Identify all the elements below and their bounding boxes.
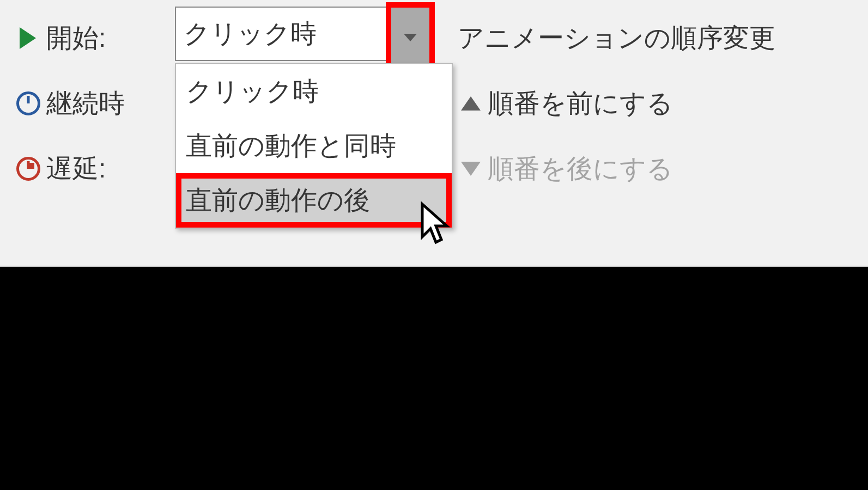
move-earlier-row[interactable]: 順番を前にする	[458, 71, 775, 136]
delay-clock-icon	[16, 157, 46, 181]
dropdown-arrow-icon[interactable]	[386, 2, 435, 73]
cursor-icon	[420, 201, 452, 245]
ribbon-timing-group: 開始: 継続時 遅延: クリック時 クリック時 直前の動作と同時 直前の動作の後…	[0, 0, 868, 267]
start-dropdown-value: クリック時	[184, 16, 317, 51]
triangle-down-icon	[458, 162, 488, 176]
triangle-up-icon	[458, 96, 488, 111]
start-label: 開始:	[46, 21, 106, 56]
clock-icon	[16, 91, 46, 115]
menu-item-onclick[interactable]: クリック時	[176, 64, 452, 119]
duration-label: 継続時	[46, 86, 125, 121]
reorder-header-row: アニメーションの順序変更	[458, 5, 775, 71]
reorder-header: アニメーションの順序変更	[458, 21, 775, 56]
start-dropdown-menu: クリック時 直前の動作と同時 直前の動作の後	[175, 63, 453, 229]
reorder-column: アニメーションの順序変更 順番を前にする 順番を後にする	[458, 5, 775, 201]
menu-item-afterprevious[interactable]: 直前の動作の後	[176, 173, 452, 228]
delay-label: 遅延:	[46, 151, 106, 186]
move-later-row: 順番を後にする	[458, 136, 775, 201]
start-dropdown[interactable]: クリック時	[175, 7, 434, 61]
menu-item-withprevious[interactable]: 直前の動作と同時	[176, 119, 452, 173]
play-icon	[16, 27, 46, 49]
move-later-label: 順番を後にする	[488, 151, 673, 186]
move-earlier-label: 順番を前にする	[488, 86, 673, 121]
